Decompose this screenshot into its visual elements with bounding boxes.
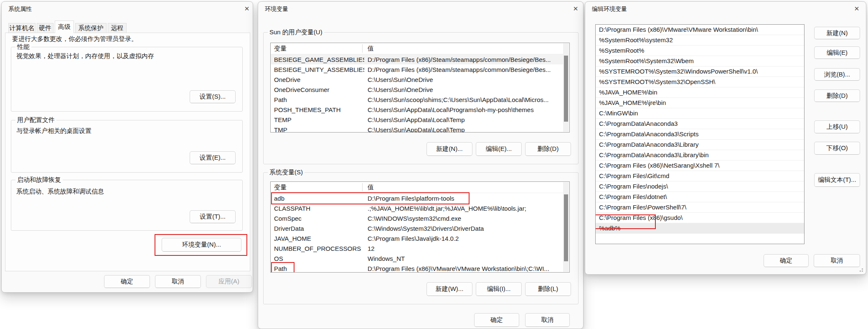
list-item[interactable]: D:\Program Files (x86)\VMware\VMware Wor… [596,25,804,35]
edit-text-button[interactable]: 编辑文本(T)... [814,173,860,187]
table-row[interactable]: JAVA_HOME C:\Program Files\Java\jdk-14.0… [271,233,563,243]
list-item[interactable]: C:\Program Files (x86)\gsudo\ [596,213,804,223]
path-entries-list: D:\Program Files (x86)\VMware\VMware Wor… [595,24,805,244]
delete-button[interactable]: 删除(D) [814,89,860,102]
column-divider[interactable] [362,44,363,53]
list-item[interactable]: %SYSTEMROOT%\System32\WindowsPowerShell\… [596,66,804,77]
list-item[interactable]: C:\ProgramData\Anaconda3\Library [596,140,804,150]
vertical-scrollbar[interactable] [563,43,569,132]
edit-button[interactable]: 编辑(E) [814,46,860,59]
admin-note: 要进行大多数更改，你必须作为管理员登录。 [12,35,137,43]
resize-grip[interactable] [858,267,863,272]
dialog-title: 环境变量 [265,5,288,13]
tab-hardware[interactable]: 硬件 [37,23,53,33]
list-item[interactable]: C:\Program Files\dotnet\ [596,192,804,202]
performance-desc: 视觉效果，处理器计划，内存使用，以及虚拟内存 [16,52,154,60]
system-edit-button[interactable]: 编辑(I)... [476,282,522,296]
list-item-selected[interactable]: %adb% [596,223,804,234]
table-row[interactable]: OS Windows_NT [271,253,563,263]
column-header-variable[interactable]: 变量 [271,182,364,193]
table-row[interactable]: OneDrive C:\Users\Sun\OneDrive [271,74,563,84]
list-item[interactable]: C:\Program Files\Git\cmd [596,171,804,181]
list-item[interactable]: %SystemRoot% [596,46,804,56]
startup-recovery-settings-button[interactable]: 设置(T)... [190,210,236,223]
cell-value: C:\Users\Sun\OneDrive [364,74,563,84]
table-row[interactable]: TMP C:\Users\Sun\AppData\Local\Temp [271,125,563,133]
move-down-button[interactable]: 下移(O) [814,142,860,155]
cell-variable: OS [271,253,364,263]
list-item[interactable]: C:\ProgramData\Anaconda3 [596,119,804,129]
list-item[interactable]: %JAVA_HOME%\bin [596,87,804,98]
table-row[interactable]: OneDriveConsumer C:\Users\Sun\OneDrive [271,84,563,94]
tab-label: 高级 [58,23,71,31]
column-header-value[interactable]: 值 [364,182,569,193]
close-icon[interactable]: ✕ [243,5,251,13]
table-header: 变量 值 [271,182,569,193]
cancel-button[interactable]: 取消 [814,254,860,267]
column-divider[interactable] [362,183,363,191]
user-delete-button[interactable]: 删除(D) [525,142,571,156]
list-item[interactable]: %SystemRoot%\System32\Wbem [596,56,804,66]
column-header-variable[interactable]: 变量 [271,43,364,54]
table-row[interactable]: DriverData C:\Windows\System32\Drivers\D… [271,223,563,233]
new-button[interactable]: 新建(N) [814,27,860,39]
column-header-value[interactable]: 值 [364,43,569,54]
cell-value: C:\Users\Sun\AppData\Local\Temp [364,125,563,133]
performance-settings-button[interactable]: 设置(S)... [190,90,236,103]
ok-button[interactable]: 确定 [104,275,150,288]
user-edit-button[interactable]: 编辑(E)... [476,142,522,156]
table-row[interactable]: adb D:\Program Files\platform-tools [271,193,563,203]
table-row[interactable]: BESIEGE_UNITY_ASSEMBLIES D:/Program File… [271,64,563,74]
user-profiles-desc: 与登录帐户相关的桌面设置 [16,127,91,135]
system-delete-button[interactable]: 删除(L) [525,282,571,296]
close-icon[interactable]: ✕ [853,5,861,13]
list-item[interactable]: C:\Program Files (x86)\NetSarang\Xshell … [596,161,804,171]
table-row[interactable]: CLASSPATH .;%JAVA_HOME%\lib\dt.jar;%JAVA… [271,203,563,213]
user-variables-group: Sun 的用户变量(U) 变量 值 BESIEGE_GAME_ASSEMBLIE… [263,32,579,164]
group-label: 启动和故障恢复 [15,176,63,184]
cancel-button[interactable]: 取消 [525,313,570,327]
table-row[interactable]: NUMBER_OF_PROCESSORS 12 [271,243,563,253]
table-row[interactable]: Path C:\Users\Sun\scoop\shims;C:\Users\S… [271,94,563,105]
dialog-title: 系统属性 [8,5,32,13]
cell-variable: OneDrive [271,74,364,84]
list-item[interactable]: C:\ProgramData\Anaconda3\Scripts [596,129,804,140]
apply-button[interactable]: 应用(A) [206,275,252,288]
performance-group: 性能 视觉效果，处理器计划，内存使用，以及虚拟内存 设置(S)... [11,47,243,112]
tab-advanced[interactable]: 高级 [55,20,74,33]
user-new-button[interactable]: 新建(N)... [426,142,472,156]
list-item[interactable]: C:\MinGW\bin [596,108,804,119]
table-row[interactable]: POSH_THEMES_PATH C:\Users\Sun\AppData\Lo… [271,105,563,115]
list-item[interactable]: C:\Program Files\PowerShell\7\ [596,202,804,213]
ok-button[interactable]: 确定 [474,313,519,327]
ok-button[interactable]: 确定 [764,254,809,267]
table-row[interactable]: TEMP C:\Users\Sun\AppData\Local\Temp [271,115,563,125]
list-item[interactable]: %SYSTEMROOT%\System32\OpenSSH\ [596,77,804,87]
user-profiles-settings-button[interactable]: 设置(E)... [190,151,236,164]
table-row[interactable]: ComSpec C:\WINDOWS\system32\cmd.exe [271,213,563,223]
table-row[interactable]: Path D:\Program Files (x86)\VMware\VMwar… [271,263,563,273]
list-item[interactable]: %JAVA_HOME%\jre\bin [596,98,804,108]
cell-value: Windows_NT [364,253,563,263]
cell-value: C:\Users\Sun\OneDrive [364,84,563,94]
list-item[interactable]: C:\Program Files\nodejs\ [596,181,804,192]
tab-label: 远程 [111,24,124,32]
close-icon[interactable]: ✕ [571,5,580,13]
move-up-button[interactable]: 上移(U) [814,120,860,133]
tab-remote[interactable]: 远程 [108,23,127,33]
table-row[interactable]: BESIEGE_GAME_ASSEMBLIES D:/Program Files… [271,54,563,64]
list-item[interactable]: %SystemRoot%\system32 [596,35,804,46]
cell-value: C:\WINDOWS\system32\cmd.exe [364,213,563,223]
cell-variable: TEMP [271,115,364,125]
cancel-button[interactable]: 取消 [155,275,201,288]
tab-computer-name[interactable]: 计算机名 [8,23,36,33]
advanced-tab-page: 要进行大多数更改，你必须作为管理员登录。 性能 视觉效果，处理器计划，内存使用，… [5,33,250,271]
scrollbar-thumb[interactable] [564,194,568,261]
vertical-scrollbar[interactable] [563,182,569,272]
environment-variables-button[interactable]: 环境变量(N)... [162,238,241,252]
scrollbar-thumb[interactable] [564,56,568,122]
browse-button[interactable]: 浏览(B)... [814,68,860,81]
system-new-button[interactable]: 新建(W)... [426,282,472,296]
tab-system-protection[interactable]: 系统保护 [75,23,107,33]
list-item[interactable]: C:\ProgramData\Anaconda3\Library\bin [596,150,804,161]
